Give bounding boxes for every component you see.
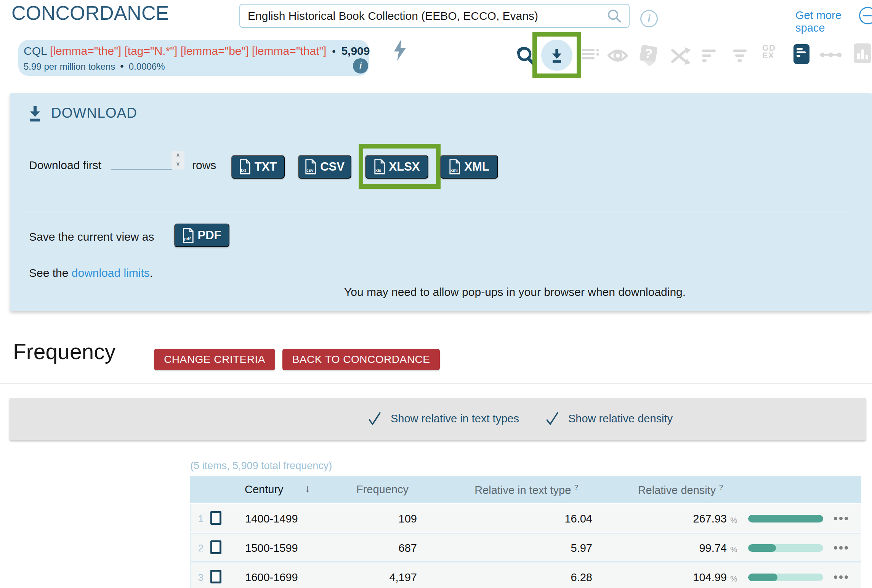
- frequency-cell: 109: [399, 513, 417, 525]
- search-icon[interactable]: [607, 8, 622, 24]
- svg-text:xls: xls: [375, 168, 381, 173]
- quick-query-lightning-icon[interactable]: [390, 39, 411, 62]
- rows-stepper[interactable]: ∧ ∨: [172, 151, 184, 169]
- cql-query: [lemma="the"] [tag="N.*"] [lemma="be"] […: [50, 45, 327, 57]
- frequency-cell: 687: [399, 542, 417, 554]
- txt-file-icon: txt: [239, 159, 251, 174]
- more-tools-icon: [820, 53, 842, 57]
- download-csv-button[interactable]: csv CSV: [298, 155, 351, 179]
- century-cell: 1400-1499: [245, 513, 298, 525]
- row-number: 1: [191, 513, 204, 525]
- row-menu-icon[interactable]: [834, 517, 848, 520]
- csv-file-icon: csv: [305, 159, 316, 174]
- stepper-down-icon[interactable]: ∨: [172, 160, 184, 168]
- row-number: 3: [191, 572, 204, 583]
- svg-text:txt: txt: [241, 168, 246, 173]
- density-bar: [748, 574, 823, 581]
- view-options-list-icon: [582, 49, 600, 61]
- svg-text:xml: xml: [450, 168, 458, 173]
- active-view-icon[interactable]: [793, 44, 809, 64]
- table-header-row: Century ↓ Frequency Relative in text typ…: [190, 476, 861, 503]
- download-panel-title: DOWNLOAD: [51, 105, 137, 121]
- gdex-icon: GD EX: [762, 44, 776, 59]
- corpus-search-box[interactable]: [239, 4, 630, 28]
- density-bar: [748, 515, 823, 522]
- checkmark-icon: [545, 411, 560, 426]
- row-checkbox[interactable]: [210, 570, 221, 583]
- shuffle-icon: [670, 47, 691, 66]
- sort-left-icon: [702, 50, 716, 64]
- change-criteria-button[interactable]: CHANGE CRITERIA: [154, 349, 275, 370]
- info-icon[interactable]: i: [640, 10, 658, 27]
- page-title: CONCORDANCE: [11, 2, 169, 24]
- download-icon[interactable]: [541, 40, 572, 71]
- download-txt-button[interactable]: txt TXT: [231, 155, 285, 179]
- download-panel: DOWNLOAD Download first ∧ ∨ rows txt TXT…: [10, 93, 872, 311]
- eye-icon: [608, 49, 628, 62]
- download-first-label: Download first: [29, 159, 101, 172]
- query-summary-chip[interactable]: CQL [lemma="the"] [tag="N.*"] [lemma="be…: [18, 40, 369, 76]
- download-limits-link[interactable]: download limits: [72, 267, 150, 279]
- random-sample-dice-icon: ?: [637, 43, 659, 67]
- svg-text:pdf: pdf: [184, 236, 191, 241]
- back-to-concordance-button[interactable]: BACK TO CONCORDANCE: [282, 349, 440, 370]
- rows-label: rows: [192, 159, 216, 172]
- help-icon[interactable]: ?: [574, 483, 578, 491]
- query-text: CQL [lemma="the"] [tag="N.*"] [lemma="be…: [24, 45, 370, 58]
- column-header-frequency[interactable]: Frequency: [356, 483, 409, 496]
- century-cell: 1500-1599: [245, 542, 298, 554]
- table-row: 2 1500-1599 687 5.97 99.74 %: [190, 533, 861, 562]
- stepper-up-icon[interactable]: ∧: [172, 151, 184, 160]
- download-xml-button[interactable]: xml XML: [440, 155, 498, 179]
- percent-sign: %: [730, 516, 737, 525]
- toggle-relative-density[interactable]: Show relative density: [545, 411, 673, 426]
- download-xlsx-button[interactable]: xls XLSX: [365, 155, 428, 179]
- download-panel-header: DOWNLOAD: [27, 104, 137, 122]
- row-checkbox[interactable]: [210, 540, 221, 554]
- table-row: 3 1600-1699 4,197 6.28 104.99 %: [190, 562, 861, 588]
- relative-text-type-cell: 16.04: [564, 513, 592, 525]
- percent-sign: %: [730, 545, 737, 554]
- row-checkbox[interactable]: [210, 511, 221, 525]
- frequency-table: Century ↓ Frequency Relative in text typ…: [190, 476, 861, 588]
- relative-density-cell: 267.93: [693, 513, 727, 525]
- query-type-label: CQL: [24, 45, 47, 57]
- column-header-relative-density[interactable]: Relative density ?: [638, 483, 723, 497]
- frequency-options-bar: Show relative in text types Show relativ…: [10, 398, 866, 440]
- toggle-relative-text-types[interactable]: Show relative in text types: [367, 411, 519, 426]
- row-menu-icon[interactable]: [834, 575, 848, 579]
- table-row: 1 1400-1499 109 16.04 267.93 %: [190, 504, 861, 532]
- frequency-page-title: Frequency: [13, 339, 115, 364]
- percent-sign: %: [730, 574, 737, 583]
- pdf-file-icon: pdf: [183, 228, 194, 243]
- column-header-century[interactable]: Century: [245, 483, 284, 496]
- corpus-search-input[interactable]: [240, 10, 607, 22]
- svg-text:csv: csv: [306, 168, 314, 173]
- separator-dot: ●: [118, 62, 126, 70]
- density-bar: [748, 544, 823, 552]
- query-stats: 5.99 per million tokens ● 0.0006%: [24, 61, 165, 72]
- row-number: 2: [191, 542, 204, 554]
- frequency-cell: 4,197: [389, 571, 417, 584]
- save-view-label: Save the current view as: [29, 230, 154, 243]
- query-info-icon[interactable]: i: [353, 58, 368, 74]
- annotation-box-download: [532, 32, 581, 78]
- help-icon[interactable]: ?: [719, 483, 723, 491]
- hit-count: 5,909: [341, 45, 370, 57]
- separator-dot: ●: [330, 48, 338, 55]
- row-menu-icon[interactable]: [834, 546, 848, 550]
- table-summary: (5 items, 5,909 total frequency): [190, 460, 332, 472]
- rows-count-input[interactable]: [111, 150, 172, 169]
- toggle-label: Show relative in text types: [391, 412, 519, 425]
- checkmark-icon: [367, 411, 382, 426]
- chart-icon: [854, 43, 871, 63]
- popup-note: You may need to allow pop-ups in your br…: [344, 286, 686, 299]
- download-pdf-button[interactable]: pdf PDF: [174, 224, 229, 247]
- sort-descending-icon[interactable]: ↓: [305, 483, 310, 495]
- relative-text-type-cell: 6.28: [571, 571, 592, 584]
- relative-density-cell: 104.99: [693, 571, 727, 584]
- toggle-label: Show relative density: [568, 412, 673, 425]
- rows-count-field[interactable]: [111, 150, 172, 169]
- column-header-relative-text-type[interactable]: Relative in text type ?: [474, 483, 578, 497]
- sort-center-icon: [733, 50, 747, 62]
